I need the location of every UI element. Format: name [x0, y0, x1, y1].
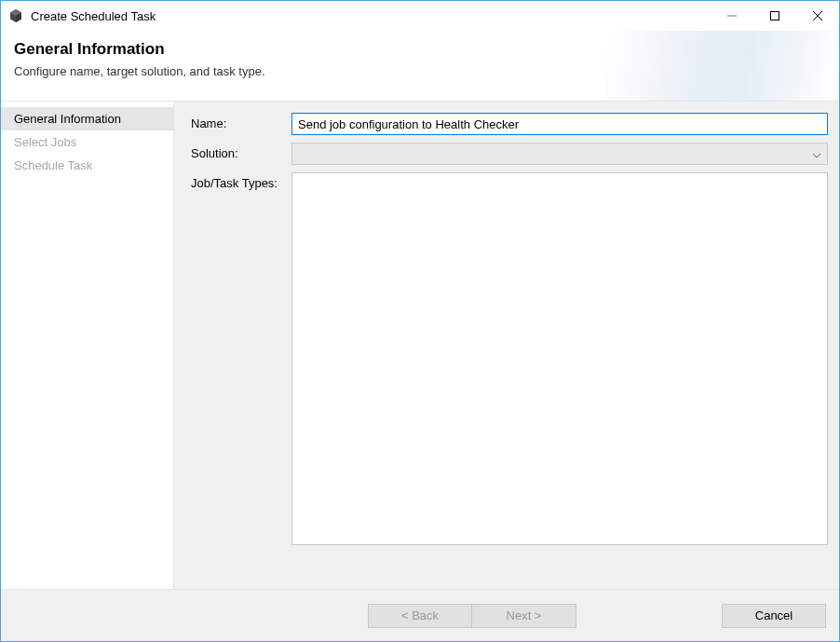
next-button: Next >: [472, 604, 576, 628]
name-label: Name:: [191, 113, 291, 130]
solution-label: Solution:: [191, 143, 291, 160]
window-controls: [711, 1, 839, 31]
wizard-header: General Information Configure name, targ…: [1, 31, 839, 102]
cancel-button[interactable]: Cancel: [722, 604, 826, 628]
jobtypes-label: Job/Task Types:: [191, 172, 291, 190]
sidebar-item-select-jobs: Select Jobs: [1, 130, 173, 154]
jobtypes-listbox[interactable]: [291, 172, 828, 545]
sidebar-item-schedule-task: Schedule Task: [1, 154, 173, 177]
content-area: General Information Select Jobs Schedule…: [1, 102, 839, 589]
form-panel: Name: Solution: Job/Task Types:: [174, 102, 839, 589]
minimize-button[interactable]: [711, 1, 753, 31]
close-button[interactable]: [796, 1, 839, 31]
solution-dropdown[interactable]: [291, 143, 828, 165]
window-root: Create Scheduled Task General Informatio…: [0, 0, 840, 642]
back-button: < Back: [368, 604, 472, 628]
wizard-steps-sidebar: General Information Select Jobs Schedule…: [1, 102, 174, 589]
back-button-label: < Back: [401, 608, 439, 622]
page-title: General Information: [14, 40, 822, 59]
wizard-footer: < Back Next > Cancel: [1, 589, 839, 641]
cancel-button-label: Cancel: [755, 608, 793, 622]
sidebar-item-general-information[interactable]: General Information: [1, 107, 173, 130]
sidebar-item-label: General Information: [14, 112, 121, 126]
maximize-button[interactable]: [753, 1, 796, 31]
name-input[interactable]: [291, 113, 828, 135]
chevron-down-icon: [812, 147, 821, 161]
svg-rect-4: [771, 12, 779, 20]
page-subtitle: Configure name, target solution, and tas…: [14, 64, 822, 78]
window-title: Create Scheduled Task: [31, 9, 156, 23]
sidebar-item-label: Schedule Task: [14, 158, 92, 172]
next-button-label: Next >: [507, 608, 542, 622]
sidebar-item-label: Select Jobs: [14, 135, 76, 149]
titlebar: Create Scheduled Task: [1, 1, 839, 31]
app-icon: [8, 8, 23, 23]
